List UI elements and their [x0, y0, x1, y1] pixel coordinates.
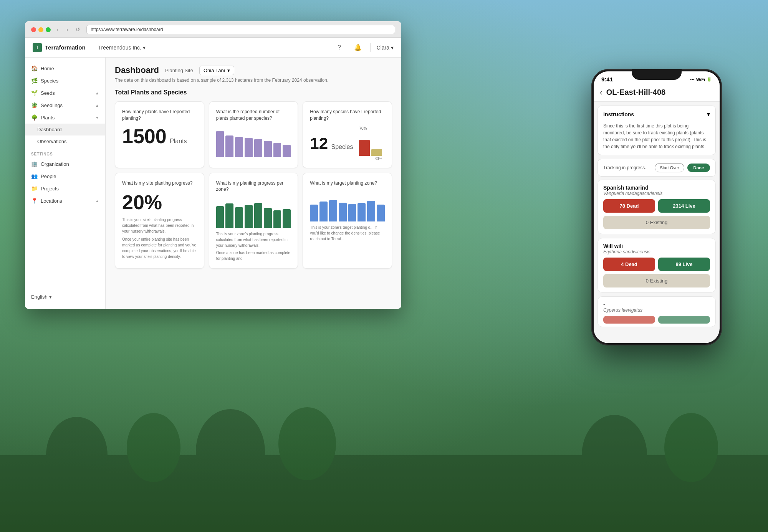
- sidebar-item-dashboard[interactable]: Dashboard: [25, 124, 105, 135]
- species-card-3: - Cyperus laevigatus: [598, 296, 716, 327]
- sidebar-item-people[interactable]: 👥 People: [25, 170, 105, 182]
- seeds-expand-icon: ▲: [95, 91, 99, 95]
- target-bar-5: [348, 204, 356, 221]
- svg-point-4: [278, 407, 336, 480]
- species-1-dead-button[interactable]: 78 Dead: [603, 199, 655, 213]
- start-over-button[interactable]: Start Over: [655, 163, 684, 172]
- species-2-common-name: Will wili: [603, 243, 710, 249]
- species-2-existing-button[interactable]: 0 Existing: [603, 274, 710, 287]
- svg-point-2: [127, 413, 180, 482]
- address-bar[interactable]: https://www.terraware.io/dashboard: [86, 25, 395, 34]
- phone-screen: 9:41 ▪▪▪ WiFi 🔋 ‹ OL-East-Hill-408 Instr…: [594, 71, 720, 343]
- logo-text: Terraformation: [45, 44, 86, 51]
- language-button[interactable]: English ▾: [31, 294, 52, 300]
- card4-desc1: This is your site's planting progress ca…: [122, 217, 197, 234]
- seeds-icon: 🌱: [31, 90, 38, 96]
- top-nav: T Terraformation Treemendous Inc. ▾ ? 🔔 …: [25, 38, 401, 58]
- org-name[interactable]: Treemendous Inc. ▾: [98, 45, 146, 51]
- wifi-icon: WiFi: [696, 77, 705, 82]
- traffic-light-green[interactable]: [46, 27, 51, 32]
- card5-question: What is my planting progress per zone?: [216, 180, 291, 193]
- zone-progress-chart: [216, 197, 291, 228]
- species-1-existing-button[interactable]: 0 Existing: [603, 216, 710, 229]
- people-icon: 👥: [31, 173, 38, 179]
- sidebar-plants-label: Plants: [41, 115, 55, 121]
- sidebar-observations-label: Observations: [37, 139, 67, 144]
- sidebar-item-species[interactable]: 🌿 Species: [25, 74, 105, 87]
- zone-bar-6: [264, 208, 272, 228]
- sidebar-item-seeds[interactable]: 🌱 Seeds ▲: [25, 87, 105, 99]
- target-bar-2: [319, 202, 328, 221]
- cards-grid-row1: How many plants have I reported planting…: [115, 101, 392, 168]
- card-target-zone: What is my target planting zone? This is…: [303, 173, 392, 269]
- card2-question: What is the reported number of plants pl…: [216, 109, 291, 122]
- species-3-scientific-name: Cyperus laevigatus: [603, 307, 710, 313]
- species-1-dead-count: 78 Dead: [620, 203, 639, 209]
- species-2-dead-button[interactable]: 4 Dead: [603, 258, 655, 271]
- species-1-buttons: 78 Dead 2314 Live: [598, 199, 715, 216]
- browser-chrome: ‹ › ↺ https://www.terraware.io/dashboard: [25, 21, 401, 38]
- species-3-live-button[interactable]: [658, 316, 710, 324]
- sidebar-species-label: Species: [41, 78, 58, 84]
- cards-grid-row2: What is my site planting progress? 20% T…: [115, 173, 392, 269]
- traffic-light-red[interactable]: [31, 27, 36, 32]
- card-site-progress: What is my site planting progress? 20% T…: [115, 173, 204, 269]
- card-zone-progress: What is my planting progress per zone? T…: [209, 173, 298, 269]
- notifications-button[interactable]: 🔔: [352, 41, 364, 54]
- sidebar-seedlings-label: Seedlings: [41, 102, 63, 108]
- back-button[interactable]: ‹: [55, 26, 60, 33]
- card-plants-per-species: What is the reported number of plants pl…: [209, 101, 298, 168]
- sidebar-item-organization[interactable]: 🏢 Organization: [25, 158, 105, 170]
- sidebar-item-observations[interactable]: Observations: [25, 135, 105, 147]
- species-2-header: Will wili Erythrina sandwicensis: [598, 238, 715, 258]
- species-3-header: - Cyperus laevigatus: [598, 297, 715, 316]
- species-3-common-name: -: [603, 301, 710, 307]
- instructions-header[interactable]: Instructions ▾: [598, 106, 715, 122]
- app-body: 🏠 Home 🌿 Species 🌱 Seeds ▲ 🪴 Seedlings ▲: [25, 58, 401, 309]
- nav-divider: [92, 43, 92, 52]
- card3-unit: Species: [331, 144, 353, 150]
- card4-desc2: Once your entire planting site has been …: [122, 236, 197, 259]
- bar-4: [245, 138, 253, 157]
- plants-expand-icon: ▼: [95, 116, 99, 120]
- phone-header-top: ‹ OL-East-Hill-408: [600, 88, 713, 97]
- help-button[interactable]: ?: [333, 41, 346, 54]
- phone-scroll-area[interactable]: Spanish tamarind Vangueria madagascarien…: [594, 180, 720, 343]
- user-chevron-icon: ▾: [391, 45, 394, 51]
- section-title: Total Plants and Species: [115, 89, 392, 96]
- species-1-common-name: Spanish tamarind: [603, 185, 710, 191]
- refresh-button[interactable]: ↺: [74, 26, 82, 33]
- card4-percent: 20%: [122, 191, 197, 214]
- planting-site-value: Ohia Lani: [204, 68, 225, 73]
- planting-site-select[interactable]: Ohia Lani ▾: [199, 66, 234, 75]
- user-menu-button[interactable]: Clara ▾: [377, 45, 394, 51]
- svg-point-5: [582, 415, 647, 496]
- sidebar-item-home[interactable]: 🏠 Home: [25, 62, 105, 74]
- phone-back-button[interactable]: ‹: [600, 88, 602, 97]
- battery-icon: 🔋: [707, 77, 712, 82]
- bar-7: [273, 143, 281, 157]
- species-1-scientific-name: Vangueria madagascariensis: [603, 191, 710, 196]
- forward-button[interactable]: ›: [65, 26, 70, 33]
- traffic-light-yellow[interactable]: [38, 27, 43, 32]
- sidebar-item-seedlings[interactable]: 🪴 Seedlings ▲: [25, 99, 105, 111]
- planting-site-label: Planting Site: [165, 68, 193, 73]
- done-button[interactable]: Done: [687, 164, 710, 172]
- sidebar-home-label: Home: [41, 66, 54, 71]
- species-2-buttons: 4 Dead 89 Live: [598, 258, 715, 274]
- language-label: English: [31, 294, 48, 300]
- zone-bar-5: [254, 203, 262, 228]
- species-2-live-button[interactable]: 89 Live: [658, 258, 710, 271]
- sidebar-item-projects[interactable]: 📁 Projects: [25, 182, 105, 195]
- target-bar-6: [358, 203, 366, 221]
- species-card-1: Spanish tamarind Vangueria madagascarien…: [598, 180, 716, 234]
- user-name: Clara: [377, 45, 389, 51]
- sidebar-people-label: People: [41, 173, 56, 179]
- species-gold-bar: [371, 149, 382, 156]
- species-1-live-button[interactable]: 2314 Live: [658, 199, 710, 213]
- species-3-dead-button[interactable]: [603, 316, 655, 324]
- bar-3: [235, 137, 243, 157]
- sidebar-item-locations[interactable]: 📍 Locations ▲: [25, 195, 105, 207]
- sidebar-item-plants[interactable]: 🌳 Plants ▼: [25, 111, 105, 124]
- bar-5: [254, 139, 262, 157]
